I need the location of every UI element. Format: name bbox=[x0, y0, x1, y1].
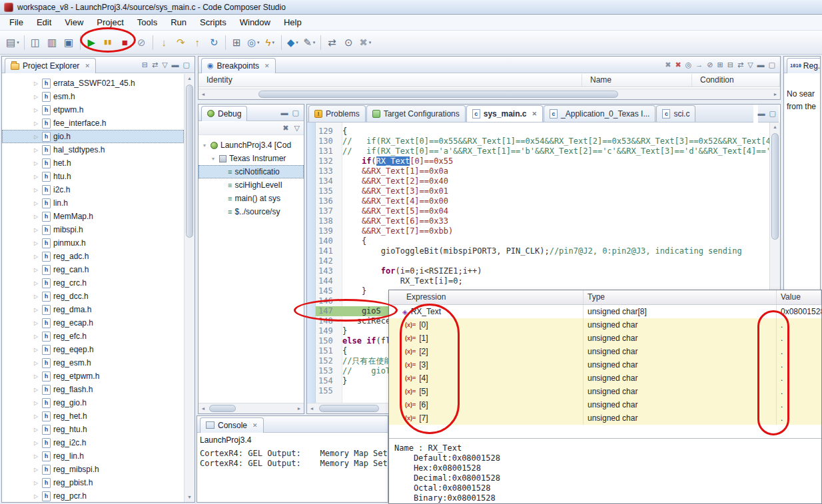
toolbar-terminate-button[interactable]: ■ bbox=[117, 34, 133, 51]
scroll-up-icon[interactable]: ▲ bbox=[185, 74, 195, 83]
scroll-thumb[interactable] bbox=[209, 405, 236, 412]
menu-item-view[interactable]: View bbox=[58, 15, 90, 30]
twistie-icon[interactable]: ▷ bbox=[33, 174, 39, 180]
maximize-icon[interactable]: ▢ bbox=[183, 61, 190, 69]
tab-debug[interactable]: Debug bbox=[201, 106, 247, 121]
project-file-reg-htu-h[interactable]: ▷hreg_htu.h bbox=[2, 423, 184, 436]
toolbar-search-button[interactable]: ⊙ bbox=[340, 34, 357, 51]
tab-registers[interactable]: 1010 Reg... bbox=[787, 58, 821, 73]
twistie-icon[interactable]: ▷ bbox=[33, 387, 39, 393]
twistie-icon[interactable]: ▷ bbox=[33, 121, 39, 126]
toolbar-pin-button[interactable]: ✖▾ bbox=[357, 34, 374, 51]
menu-item-project[interactable]: Project bbox=[90, 15, 130, 30]
debug-hscroll[interactable]: ◄ ► bbox=[199, 403, 304, 413]
twistie-icon[interactable]: ▷ bbox=[33, 254, 39, 260]
scroll-up-icon[interactable]: ▲ bbox=[770, 123, 780, 132]
expression-row-5[interactable]: (x)=[5]unsigned char. bbox=[389, 385, 821, 398]
toolbar-new-button[interactable]: ▤▾ bbox=[4, 34, 21, 51]
twistie-icon[interactable]: ▷ bbox=[33, 81, 39, 87]
toolbar-step-into-button[interactable]: ↓ bbox=[156, 34, 173, 51]
expression-row-1[interactable]: (x)=[1]unsigned char. bbox=[389, 332, 821, 345]
debug-node-texas-instrumer[interactable]: ▾Texas Instrumer bbox=[199, 152, 304, 165]
project-file-reg-esm-h[interactable]: ▷hreg_esm.h bbox=[2, 356, 184, 370]
project-file-lin-h[interactable]: ▷hlin.h bbox=[2, 196, 184, 210]
twistie-icon[interactable]: ▷ bbox=[33, 453, 39, 459]
tab-console[interactable]: Console ✕ bbox=[200, 417, 264, 433]
toolbar-show-console-button[interactable]: ▣ bbox=[61, 34, 77, 51]
menu-item-tools[interactable]: Tools bbox=[131, 15, 164, 30]
tab-project-explorer[interactable]: Project Explorer ✕ bbox=[5, 58, 96, 73]
twistie-icon[interactable]: ▷ bbox=[33, 200, 39, 206]
toolbar-disconnect-button[interactable]: ⊘ bbox=[133, 34, 150, 51]
project-file-etpwm-h[interactable]: ▷hetpwm.h bbox=[2, 103, 184, 117]
expression-row-4[interactable]: (x)=[4]unsigned char. bbox=[389, 372, 821, 385]
toolbar-resume-button[interactable]: ▶ bbox=[83, 34, 100, 51]
toolbar-target-config-button[interactable]: ◎▾ bbox=[245, 34, 262, 51]
expression-row-rx-text[interactable]: ▾◈RX_Textunsigned char[8]0x08001528 bbox=[389, 305, 821, 318]
twistie-icon[interactable]: ▾ bbox=[201, 142, 208, 148]
close-icon[interactable]: ✕ bbox=[85, 63, 90, 69]
project-explorer-scrollbar[interactable]: ▲ ▼ bbox=[184, 74, 195, 502]
project-file-reg-pcr-h[interactable]: ▷hreg_pcr.h bbox=[2, 489, 184, 502]
twistie-icon[interactable]: ▷ bbox=[33, 413, 39, 419]
twistie-icon[interactable]: ▷ bbox=[33, 360, 39, 366]
link-with-debug-view-icon[interactable]: ⇄ bbox=[737, 61, 743, 69]
column-header-name[interactable]: Name bbox=[582, 74, 692, 87]
expression-row-7[interactable]: (x)=[7]unsigned char. bbox=[389, 411, 821, 425]
project-file-reg-crc-h[interactable]: ▷hreg_crc.h bbox=[2, 276, 184, 290]
toolbar-highlight-button[interactable]: ✎▾ bbox=[301, 34, 318, 51]
toolbar-memory-grid-button[interactable]: ⊞ bbox=[228, 34, 245, 51]
project-file-reg-pbist-h[interactable]: ▷hreg_pbist.h bbox=[2, 476, 184, 489]
expand-all-icon[interactable]: ⊞ bbox=[717, 61, 723, 69]
project-file-memmap-h[interactable]: ▷hMemMap.h bbox=[2, 210, 184, 223]
twistie-icon[interactable]: ▷ bbox=[33, 107, 39, 113]
toolbar-step-filters-button[interactable]: ⇄ bbox=[324, 34, 340, 51]
twistie-icon[interactable]: ▷ bbox=[33, 240, 39, 246]
toolbar-step-return-button[interactable]: ↑ bbox=[189, 34, 206, 51]
project-file-esm-h[interactable]: ▷hesm.h bbox=[2, 90, 184, 103]
twistie-icon[interactable]: ▷ bbox=[33, 280, 39, 286]
debug-node-main-at-sys[interactable]: ≡main() at sys bbox=[199, 192, 304, 205]
twistie-icon[interactable]: ▷ bbox=[33, 267, 39, 273]
maximize-icon[interactable]: ▢ bbox=[769, 109, 776, 118]
column-header-expression[interactable]: Expression bbox=[389, 290, 584, 304]
scroll-thumb[interactable] bbox=[258, 91, 618, 98]
expression-row-6[interactable]: (x)=[6]unsigned char. bbox=[389, 398, 821, 411]
toolbar-step-over-button[interactable]: ↷ bbox=[173, 34, 189, 51]
maximize-icon[interactable]: ▢ bbox=[769, 61, 775, 69]
twistie-icon[interactable]: ▷ bbox=[33, 94, 39, 100]
close-icon[interactable]: ✕ bbox=[532, 111, 537, 117]
menu-item-help[interactable]: Help bbox=[277, 15, 308, 30]
collapse-all-icon[interactable]: ⊟ bbox=[142, 61, 148, 69]
column-header-value[interactable]: Value bbox=[777, 290, 821, 304]
menu-item-file[interactable]: File bbox=[3, 15, 30, 30]
twistie-icon[interactable]: ▷ bbox=[33, 467, 39, 473]
close-icon[interactable]: ✕ bbox=[264, 63, 270, 69]
expression-row-3[interactable]: (x)=[3]unsigned char. bbox=[389, 358, 821, 372]
project-file-fee-interface-h[interactable]: ▷hfee_interface.h bbox=[2, 117, 184, 130]
debug-node-scinotificatio[interactable]: ≡sciNotificatio bbox=[199, 165, 304, 178]
twistie-icon[interactable]: ▷ bbox=[33, 334, 39, 340]
view-menu-icon[interactable]: ▽ bbox=[747, 61, 753, 69]
twistie-icon[interactable]: ▷ bbox=[33, 307, 39, 313]
scroll-thumb[interactable] bbox=[186, 85, 193, 238]
close-icon[interactable]: ✕ bbox=[252, 422, 258, 429]
twistie-icon[interactable]: ▷ bbox=[33, 427, 39, 433]
scroll-left-icon[interactable]: ◄ bbox=[199, 90, 208, 99]
twistie-icon[interactable]: ▾ bbox=[392, 309, 399, 315]
project-file-reg-efc-h[interactable]: ▷hreg_efc.h bbox=[2, 330, 184, 343]
remove-breakpoint-icon[interactable]: ✖ bbox=[665, 61, 671, 69]
project-file-reg-mibspi-h[interactable]: ▷hreg_mibspi.h bbox=[2, 463, 184, 476]
maximize-icon[interactable]: ▢ bbox=[292, 109, 299, 117]
project-file-hal-stdtypes-h[interactable]: ▷hhal_stdtypes.h bbox=[2, 143, 184, 156]
project-file-reg-adc-h[interactable]: ▷hreg_adc.h bbox=[2, 250, 184, 263]
project-file-htu-h[interactable]: ▷hhtu.h bbox=[2, 170, 184, 183]
twistie-icon[interactable]: ▷ bbox=[33, 294, 39, 300]
project-file-reg-dma-h[interactable]: ▷hreg_dma.h bbox=[2, 303, 184, 316]
minimize-icon[interactable]: ▬ bbox=[281, 109, 288, 117]
scroll-left-icon[interactable]: ◄ bbox=[199, 404, 208, 413]
remove-all-breakpoints-icon[interactable]: ✖ bbox=[675, 61, 681, 69]
tab-application-0-texas-i[interactable]: c_Application_0_Texas I... bbox=[544, 105, 655, 122]
column-header-condition[interactable]: Condition bbox=[692, 74, 780, 87]
toolbar-suspend-button[interactable]: ▮▮ bbox=[100, 34, 117, 51]
